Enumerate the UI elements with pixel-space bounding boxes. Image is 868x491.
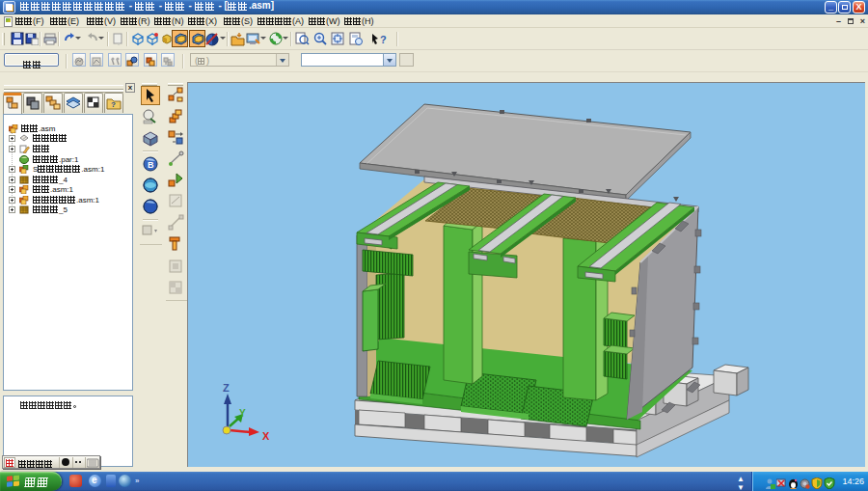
svg-text:?: ? — [380, 34, 387, 45]
svg-text:Y: Y — [239, 408, 246, 419]
svg-text:Z: Z — [223, 382, 230, 394]
svg-text:?: ? — [111, 100, 116, 109]
svg-text:B: B — [148, 160, 154, 170]
svg-text:X: X — [262, 430, 270, 442]
